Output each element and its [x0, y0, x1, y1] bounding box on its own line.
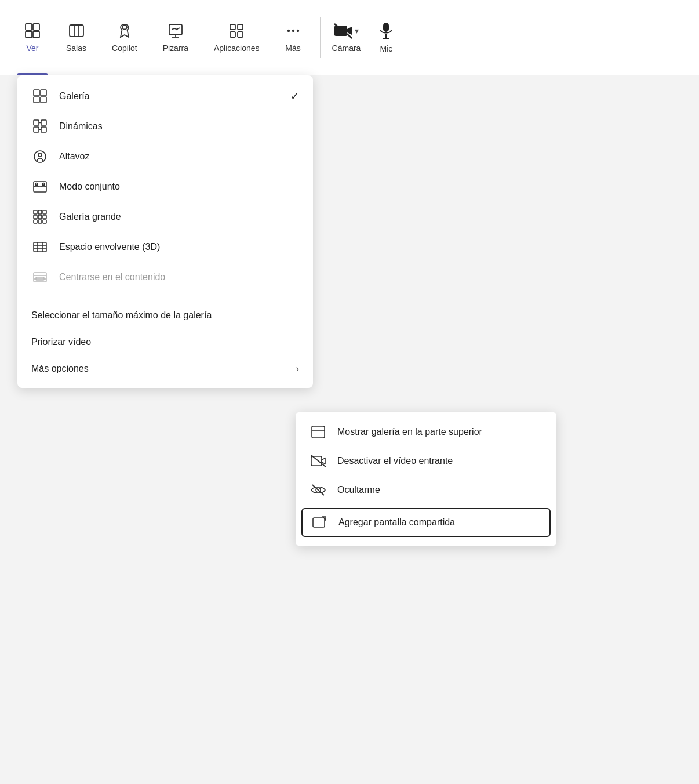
- modo-conjunto-label: Modo conjunto: [59, 182, 299, 192]
- ver-icon: [24, 23, 41, 39]
- svg-rect-38: [34, 215, 37, 219]
- toolbar-camera[interactable]: ▾ Cámara: [326, 23, 367, 53]
- main-area: Galería ✓ Dinámicas: [0, 75, 699, 784]
- mas-icon: [285, 23, 301, 39]
- galeria-label: Galería: [59, 91, 280, 101]
- dinamicas-label: Dinámicas: [59, 121, 299, 132]
- svg-rect-8: [238, 24, 243, 30]
- altavoz-icon: [31, 150, 49, 164]
- aplicaciones-label: Aplicaciones: [214, 43, 260, 53]
- ocultarme-label: Ocultarme: [337, 485, 543, 495]
- menu-item-priorizar[interactable]: Priorizar vídeo: [17, 329, 313, 355]
- menu-item-agregar-pantalla[interactable]: Agregar pantalla compartida: [301, 508, 551, 537]
- galeria-grande-icon: [31, 210, 49, 224]
- pizarra-label: Pizarra: [163, 43, 188, 53]
- toolbar-item-copilot[interactable]: Copilot: [99, 0, 150, 75]
- svg-rect-35: [34, 210, 37, 214]
- svg-rect-23: [34, 120, 39, 125]
- toolbar-item-salas[interactable]: Salas: [53, 0, 99, 75]
- svg-rect-21: [34, 97, 39, 103]
- espacio-label: Espacio envolvente (3D): [59, 242, 299, 252]
- desactivar-video-label: Desactivar el vídeo entrante: [337, 456, 543, 466]
- espacio-icon: [31, 240, 49, 254]
- menu-item-centrarse[interactable]: Centrarse en el contenido: [17, 262, 313, 292]
- menu-item-galeria-grande[interactable]: Galería grande: [17, 202, 313, 232]
- priorizar-label: Priorizar vídeo: [31, 337, 91, 347]
- svg-rect-43: [43, 220, 46, 223]
- ocultarme-icon: [310, 484, 327, 496]
- menu-item-mas-opciones[interactable]: Más opciones ›: [17, 355, 313, 382]
- copilot-icon: [116, 23, 133, 39]
- tamano-label: Seleccionar el tamaño máximo de la galer…: [31, 310, 212, 320]
- salas-label: Salas: [66, 43, 86, 53]
- svg-rect-59: [313, 518, 325, 527]
- mas-opciones-label: Más opciones: [31, 364, 286, 374]
- svg-rect-41: [34, 220, 37, 223]
- svg-rect-4: [70, 25, 83, 37]
- svg-rect-39: [38, 215, 42, 219]
- svg-rect-9: [230, 32, 235, 37]
- svg-rect-36: [38, 210, 42, 214]
- centrarse-icon: [31, 270, 49, 284]
- dinamicas-icon: [31, 119, 49, 133]
- mostrar-galeria-icon: [310, 426, 327, 438]
- menu-item-espacio[interactable]: Espacio envolvente (3D): [17, 232, 313, 262]
- toolbar-item-mas[interactable]: Más: [272, 0, 314, 75]
- svg-point-13: [296, 29, 298, 31]
- svg-rect-26: [41, 127, 46, 132]
- toolbar-mic[interactable]: Mic: [366, 22, 406, 53]
- galeria-icon: [31, 89, 49, 103]
- toolbar: Ver Salas Copilot: [0, 0, 699, 75]
- svg-point-5: [122, 25, 127, 29]
- svg-rect-40: [43, 215, 46, 219]
- primary-dropdown: Galería ✓ Dinámicas: [17, 75, 313, 388]
- svg-line-58: [312, 485, 324, 495]
- svg-rect-10: [238, 32, 243, 37]
- svg-rect-25: [34, 127, 39, 132]
- agregar-pantalla-label: Agregar pantalla compartida: [338, 517, 541, 528]
- svg-rect-16: [383, 23, 389, 32]
- svg-point-11: [287, 29, 289, 31]
- svg-rect-14: [334, 26, 347, 36]
- svg-rect-20: [41, 90, 46, 96]
- toolbar-divider: [320, 17, 321, 58]
- salas-icon: [68, 23, 85, 39]
- copilot-label: Copilot: [112, 43, 137, 53]
- toolbar-item-ver[interactable]: Ver: [12, 0, 53, 75]
- svg-point-12: [292, 29, 294, 31]
- svg-rect-1: [33, 24, 39, 30]
- mas-opciones-arrow: ›: [296, 364, 299, 374]
- svg-rect-24: [41, 120, 46, 125]
- menu-item-altavoz[interactable]: Altavoz: [17, 141, 313, 172]
- menu-item-modo-conjunto[interactable]: Modo conjunto: [17, 172, 313, 202]
- altavoz-label: Altavoz: [59, 151, 299, 162]
- menu-item-dinamicas[interactable]: Dinámicas: [17, 111, 313, 141]
- camera-chevron: ▾: [355, 26, 359, 35]
- pizarra-icon: [168, 23, 184, 39]
- centrarse-label: Centrarse en el contenido: [59, 272, 299, 282]
- camera-label: Cámara: [332, 43, 361, 53]
- svg-rect-55: [311, 456, 322, 466]
- svg-rect-7: [230, 24, 235, 30]
- mic-label: Mic: [380, 44, 393, 53]
- galeria-check: ✓: [290, 90, 299, 103]
- aplicaciones-icon: [228, 23, 245, 39]
- svg-rect-3: [33, 31, 39, 38]
- svg-rect-44: [34, 242, 46, 252]
- svg-point-30: [38, 153, 42, 157]
- modo-conjunto-icon: [31, 180, 49, 194]
- svg-rect-6: [169, 24, 182, 35]
- menu-item-galeria[interactable]: Galería ✓: [17, 81, 313, 111]
- desactivar-video-icon: [310, 455, 327, 467]
- svg-rect-0: [26, 24, 32, 30]
- svg-rect-37: [43, 210, 46, 214]
- galeria-grande-label: Galería grande: [59, 212, 299, 222]
- svg-rect-53: [312, 426, 325, 438]
- menu-item-tamano[interactable]: Seleccionar el tamaño máximo de la galer…: [17, 302, 313, 329]
- menu-item-ocultarme[interactable]: Ocultarme: [296, 476, 556, 504]
- menu-item-desactivar-video[interactable]: Desactivar el vídeo entrante: [296, 447, 556, 476]
- toolbar-item-pizarra[interactable]: Pizarra: [150, 0, 201, 75]
- svg-rect-2: [26, 31, 32, 38]
- toolbar-item-aplicaciones[interactable]: Aplicaciones: [201, 0, 272, 75]
- menu-item-mostrar-galeria[interactable]: Mostrar galería en la parte superior: [296, 418, 556, 447]
